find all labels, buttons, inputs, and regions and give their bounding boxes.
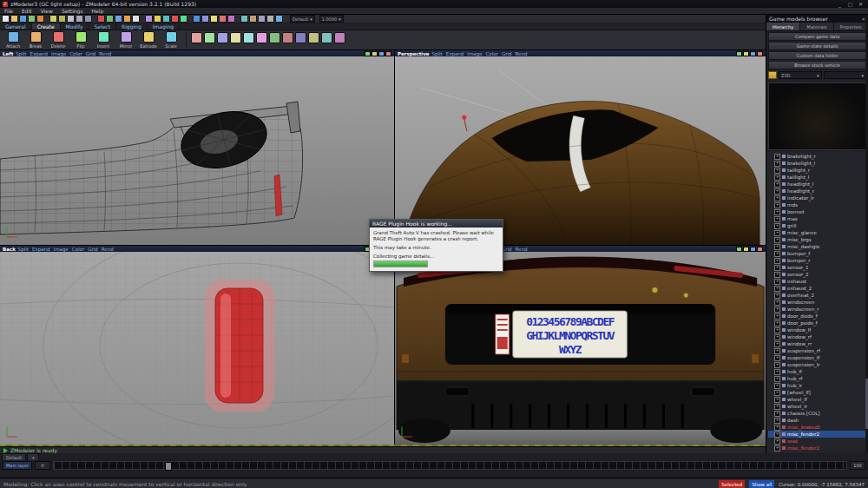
lock-badge[interactable] [378, 51, 385, 56]
export-icon[interactable] [36, 15, 44, 23]
delete-tool-button[interactable]: Delete [48, 31, 69, 49]
camera-icon[interactable] [201, 15, 209, 23]
normals-icon[interactable] [269, 32, 280, 43]
viewport-menu-color[interactable]: Color [486, 51, 498, 56]
viewport-menu-color[interactable]: Color [69, 51, 82, 56]
close-button[interactable]: ✕ [856, 1, 865, 7]
menu-item-edit[interactable]: Edit [17, 8, 36, 14]
expand-icon[interactable]: + [774, 320, 780, 326]
tree-item-headlight-r[interactable]: +headlight_r [768, 188, 868, 195]
rotate-tool-icon[interactable] [115, 15, 122, 23]
shade-badge[interactable] [743, 51, 749, 56]
viewport-label[interactable]: Perspective [398, 51, 430, 56]
relax-icon[interactable] [256, 32, 267, 43]
maximize-button[interactable]: □ [845, 1, 855, 7]
settings-gear-icon[interactable] [266, 15, 274, 23]
optimize-icon[interactable] [282, 32, 293, 43]
tree-item-brakelight-l[interactable]: +brakelight_l [768, 160, 868, 167]
tree-item-misc-braked2[interactable]: +misc_braked2 [768, 424, 868, 431]
select-tool-icon[interactable] [132, 15, 140, 23]
tree-item-mas[interactable]: +mas [768, 215, 868, 222]
tool-tab-general[interactable]: General [0, 23, 32, 30]
tree-item--wheel-lf-[interactable]: +[wheel_lf] [768, 389, 868, 396]
panel-tab-materials[interactable]: Materials [800, 23, 834, 30]
tool-tab-imaging[interactable]: Imaging [148, 23, 180, 30]
material-editor-icon[interactable] [227, 15, 235, 23]
tree-item-hub-lr[interactable]: +hub_lr [768, 382, 868, 389]
axes-toggle-icon[interactable] [171, 15, 179, 23]
tool-tab-modify[interactable]: Modify [61, 23, 89, 30]
expand-icon[interactable]: + [774, 313, 780, 320]
viewport-menu-split[interactable]: Split [16, 51, 26, 56]
format-dropdown[interactable]: Z3D▾ [779, 71, 821, 79]
extrude-tool-button[interactable]: Extrude [138, 31, 159, 49]
tool-tab-create[interactable]: Create [32, 23, 61, 30]
tree-item-hub-rf[interactable]: +hub_rf [768, 375, 868, 382]
viewport-menu-grid[interactable]: Grid [86, 51, 96, 56]
expand-icon[interactable]: + [774, 181, 780, 188]
panel-button-compare-game-data[interactable]: Compare game data [768, 32, 866, 41]
tree-item-misc-fender2[interactable]: +misc_fender2 [768, 445, 868, 452]
panel-tab-properties[interactable]: Properties [834, 23, 868, 30]
render-icon[interactable] [219, 15, 227, 23]
expand-icon[interactable]: + [774, 293, 780, 299]
flip-tool-button[interactable]: Flip [70, 31, 91, 49]
expand-icon[interactable]: + [774, 376, 780, 382]
viewport-label[interactable]: Back [3, 247, 16, 252]
viewport-menu-rend[interactable]: Rend [515, 51, 527, 56]
import-icon[interactable] [28, 15, 36, 23]
show-all-badge[interactable]: Show all [749, 480, 774, 488]
expand-icon[interactable]: + [774, 230, 780, 236]
dialog-title-bar[interactable]: RAGE Plugin Hook is working... [370, 220, 503, 228]
tree-item-hub-lf[interactable]: +hub_lf [768, 368, 868, 375]
expand-icon[interactable]: + [774, 202, 780, 208]
selected-badge[interactable]: Selected [719, 480, 745, 488]
expand-icon[interactable]: + [774, 439, 780, 445]
scale-tool-button[interactable]: Scale [161, 31, 181, 49]
wire-badge[interactable] [736, 247, 742, 252]
expand-icon[interactable]: + [774, 244, 780, 250]
expand-icon[interactable]: + [774, 175, 780, 181]
expand-icon[interactable]: + [774, 188, 780, 195]
scale-tool-icon[interactable] [123, 15, 131, 23]
tree-item-overheat-2[interactable]: +overheat_2 [768, 292, 868, 299]
expand-icon[interactable]: + [774, 362, 780, 368]
timeline-layer-chip[interactable]: Main layer [3, 461, 32, 470]
tree-item-window-lf[interactable]: +window_lf [768, 326, 868, 333]
wire-badge[interactable] [365, 51, 371, 56]
expand-icon[interactable]: + [774, 445, 780, 452]
cam-badge[interactable] [757, 247, 763, 252]
expand-icon[interactable]: + [774, 397, 780, 403]
panel-button-browse-stock-vehicle[interactable]: Browse stock vehicle [768, 61, 866, 69]
redo-icon[interactable] [58, 15, 66, 23]
tree-item-suspension-lr[interactable]: +suspension_lr [768, 361, 868, 368]
global-mode-icon[interactable] [193, 15, 201, 23]
viewport-menu-rend[interactable]: Rend [102, 247, 114, 252]
viewport-menu-grid[interactable]: Grid [88, 247, 98, 252]
tree-item-door-dside-f[interactable]: +door_dside_f [768, 313, 868, 320]
shade-badge[interactable] [372, 51, 378, 56]
tree-item-misc-fender2[interactable]: +misc_fender2 [768, 431, 868, 438]
tree-item-headlight-l[interactable]: +headlight_l [768, 181, 868, 188]
tree-item-windscreen-r[interactable]: +windscreen_r [768, 306, 868, 313]
expand-icon[interactable]: + [774, 348, 780, 354]
tree-item-misc-dashglo[interactable]: +misc_dashglo [768, 243, 868, 250]
tree-item-exhaust[interactable]: +exhaust [768, 278, 868, 285]
expand-icon[interactable]: + [774, 425, 780, 431]
move-tool-icon[interactable] [106, 15, 114, 23]
expand-icon[interactable]: + [774, 334, 780, 340]
attach-tool-button[interactable]: Attach [3, 31, 23, 49]
viewport-menu-expand[interactable]: Expand [446, 51, 464, 56]
timeline-start-value[interactable]: 0 [35, 461, 50, 470]
expand-icon[interactable]: + [774, 286, 780, 292]
mirror-tool-button[interactable]: Mirror [115, 31, 136, 49]
tree-item-window-rf[interactable]: +window_rf [768, 333, 868, 340]
expand-icon[interactable]: + [774, 383, 780, 389]
expand-icon[interactable]: + [774, 418, 780, 424]
texture-browser-icon[interactable] [240, 15, 248, 23]
tree-item-misc-glance[interactable]: +misc_glance [768, 229, 868, 236]
tree-item-suspension-lf[interactable]: +suspension_lf [768, 354, 868, 361]
slice-icon[interactable] [230, 32, 241, 43]
expand-icon[interactable]: + [774, 216, 780, 222]
panel-button-game-state-details[interactable]: Game state details [768, 42, 866, 50]
